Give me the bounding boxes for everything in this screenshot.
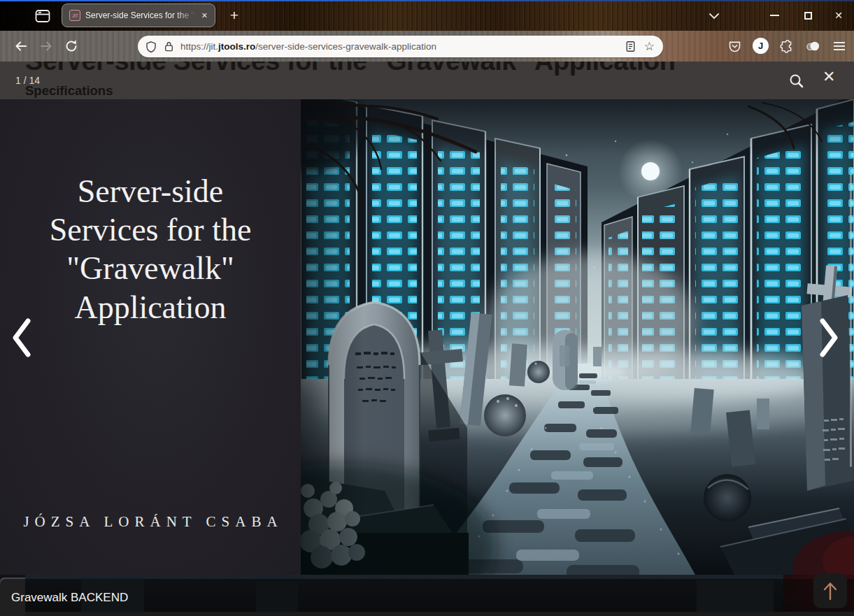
minimize-icon — [770, 15, 779, 16]
lightbox-counter: 1 / 14 — [15, 75, 40, 86]
prev-slide-chevron-icon[interactable] — [10, 317, 34, 358]
account-avatar[interactable]: J — [753, 38, 769, 54]
slide-image: Server-side Services for the "Gravewalk"… — [0, 99, 854, 575]
tab-title: Server-side Services for the "Gra — [85, 10, 196, 20]
page-behind-overlay: Server-side Services for the "Gravewalk"… — [0, 62, 854, 99]
arrow-up-icon — [820, 580, 840, 601]
zoom-in-icon[interactable] — [788, 73, 805, 89]
back-button[interactable] — [10, 35, 32, 57]
scrollbar-thumb[interactable] — [850, 173, 852, 467]
close-window-button[interactable]: ✕ — [828, 6, 849, 25]
slide-title: Server-side Services for the "Gravewalk"… — [0, 172, 301, 327]
titlebar: JiT Server-side Services for the "Gra ✕ … — [0, 0, 854, 31]
forward-button[interactable] — [35, 35, 57, 57]
menu-hamburger-icon[interactable] — [831, 38, 848, 55]
maximize-icon — [804, 12, 812, 20]
lock-icon — [164, 41, 174, 52]
slide-author: JÓZSA LORÁNT CSABA — [0, 513, 301, 531]
maximize-button[interactable] — [797, 6, 818, 25]
tracking-shield-icon[interactable] — [145, 41, 157, 53]
page-title: Server-side Services for the "Gravewalk"… — [25, 62, 675, 76]
navbar: https://jit.jtools.ro/server-side-servic… — [0, 31, 854, 62]
tab-close-icon[interactable]: ✕ — [200, 10, 209, 21]
scroll-to-top-button[interactable] — [813, 573, 847, 608]
bookmark-star-icon[interactable]: ☆ — [644, 41, 655, 52]
slide-title-panel: Server-side Services for the "Gravewalk"… — [0, 99, 301, 575]
browser-tab[interactable]: JiT Server-side Services for the "Gra ✕ — [62, 3, 215, 27]
next-slide-chevron-icon[interactable] — [817, 317, 841, 358]
browser-window: JiT Server-side Services for the "Gra ✕ … — [0, 0, 854, 616]
new-tab-button[interactable]: + — [225, 6, 243, 24]
graveyard-artwork — [301, 99, 854, 575]
site-favicon-icon: JiT — [69, 10, 80, 21]
reader-mode-icon[interactable] — [625, 41, 636, 52]
pocket-icon[interactable] — [726, 38, 743, 55]
profiles-icon[interactable] — [804, 38, 821, 55]
firefox-view-icon[interactable] — [34, 7, 52, 25]
list-tabs-chevron-icon[interactable] — [706, 8, 722, 24]
minimize-button[interactable] — [764, 6, 785, 25]
reload-button[interactable] — [60, 35, 83, 57]
lightbox-close-icon[interactable]: ✕ — [823, 69, 835, 85]
url-text[interactable]: https://jit.jtools.ro/server-side-servic… — [180, 41, 436, 52]
url-bar[interactable]: https://jit.jtools.ro/server-side-servic… — [138, 36, 663, 57]
extensions-puzzle-icon[interactable] — [778, 38, 795, 55]
accent-topline — [0, 0, 854, 1]
lightbox-caption: Gravewalk BACKEND — [11, 591, 128, 605]
lightbox-caption-bar: Gravewalk BACKEND — [0, 579, 854, 616]
